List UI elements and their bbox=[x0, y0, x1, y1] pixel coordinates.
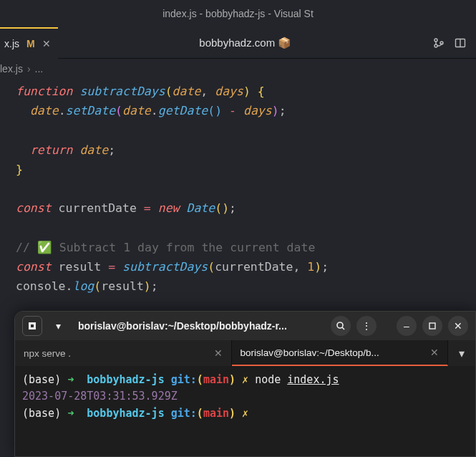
code-line: console.log(result); bbox=[16, 276, 476, 296]
terminal-titlebar: ▾ borislav@borislav:~/Desktop/bobbyhadz-… bbox=[15, 312, 475, 340]
code-line: } bbox=[16, 160, 476, 179]
terminal-line: (base) ➜ bobbyhadz-js git:(main) ✗ bbox=[22, 405, 468, 422]
svg-point-7 bbox=[337, 322, 343, 328]
minimize-button[interactable]: – bbox=[397, 316, 417, 336]
breadcrumb-file: lex.js bbox=[0, 63, 23, 74]
search-icon[interactable] bbox=[331, 316, 351, 336]
svg-point-1 bbox=[434, 44, 437, 47]
terminal-line: 2023-07-28T03:31:53.929Z bbox=[22, 388, 468, 405]
tab-dropdown-icon[interactable]: ▾ bbox=[448, 340, 475, 366]
close-icon[interactable]: ✕ bbox=[42, 38, 51, 49]
terminal-title: borislav@borislav:~/Desktop/bobbyhadz-r.… bbox=[74, 320, 325, 332]
tab-indexjs[interactable]: x.js M ✕ bbox=[0, 27, 58, 59]
breadcrumb-rest: ... bbox=[35, 63, 44, 74]
split-editor-icon[interactable] bbox=[455, 37, 466, 49]
new-tab-button[interactable] bbox=[22, 316, 42, 336]
terminal-output[interactable]: (base) ➜ bobbyhadz-js git:(main) ✗ node … bbox=[15, 366, 475, 428]
window-titlebar: index.js - bobbyhadz-js - Visual St bbox=[0, 0, 476, 27]
chevron-right-icon: › bbox=[27, 63, 31, 74]
code-line: return date; bbox=[16, 140, 476, 160]
top-right-icons bbox=[433, 37, 476, 49]
terminal-line: (base) ➜ bobbyhadz-js git:(main) ✗ node … bbox=[22, 372, 468, 388]
breadcrumb[interactable]: lex.js › ... bbox=[0, 59, 476, 74]
terminal-tab-2[interactable]: borislav@borislav:~/Desktop/b... ✕ bbox=[232, 340, 449, 366]
modified-indicator: M bbox=[26, 38, 35, 49]
terminal-window: ▾ borislav@borislav:~/Desktop/bobbyhadz-… bbox=[14, 311, 476, 457]
code-line: date.setDate(date.getDate() - days); bbox=[16, 101, 476, 120]
code-line: const result = subtractDays(currentDate,… bbox=[16, 257, 476, 276]
menu-icon[interactable]: ⋮ bbox=[356, 316, 377, 336]
editor-area[interactable]: function subtractDays(date, days) { date… bbox=[0, 74, 476, 296]
maximize-button[interactable] bbox=[422, 316, 442, 336]
close-button[interactable]: ✕ bbox=[448, 316, 468, 336]
svg-rect-6 bbox=[31, 324, 34, 327]
code-line: function subtractDays(date, days) { bbox=[16, 82, 476, 101]
tab-label: x.js bbox=[4, 38, 19, 49]
code-line: const currentDate = new Date(); bbox=[16, 198, 476, 218]
window-title: index.js - bobbyhadz-js - Visual St bbox=[162, 8, 314, 19]
close-icon[interactable]: ✕ bbox=[214, 347, 223, 359]
svg-point-0 bbox=[434, 39, 437, 42]
source-control-icon[interactable] bbox=[433, 37, 445, 49]
svg-line-8 bbox=[342, 327, 344, 329]
svg-rect-9 bbox=[429, 323, 435, 329]
dropdown-icon[interactable]: ▾ bbox=[48, 316, 68, 336]
close-icon[interactable]: ✕ bbox=[430, 347, 439, 358]
code-line: // ✅ Subtract 1 day from the current dat… bbox=[16, 238, 476, 257]
terminal-tabs: npx serve . ✕ borislav@borislav:~/Deskto… bbox=[15, 340, 475, 366]
tab-bar: x.js M ✕ bobbyhadz.com 📦 bbox=[0, 27, 476, 59]
terminal-tab-1[interactable]: npx serve . ✕ bbox=[15, 340, 232, 366]
command-center[interactable]: bobbyhadz.com 📦 bbox=[58, 37, 433, 49]
